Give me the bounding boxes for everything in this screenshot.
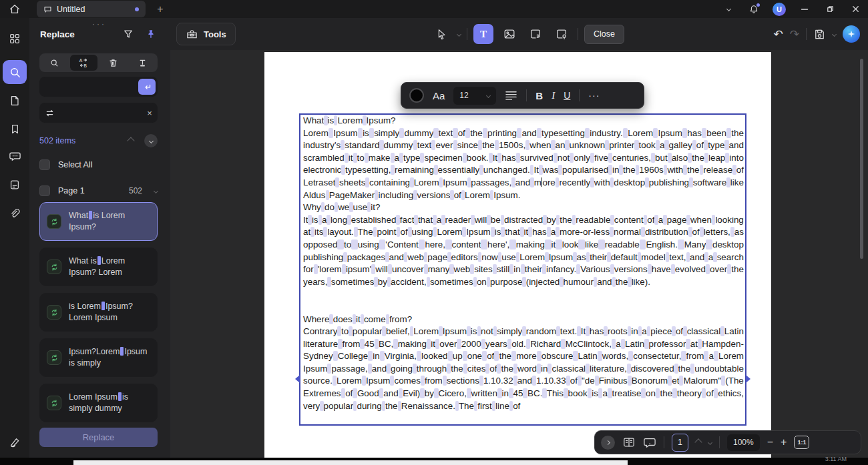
document-text[interactable]: What is Lorem Ipsum?Lorem Ipsum is simpl… [303,115,744,412]
paperclip-icon [9,207,21,219]
divider [526,89,527,101]
panel-title: Replace [40,29,75,39]
items-count: 502 items [39,136,128,145]
account-button[interactable]: U [767,0,792,18]
notification-dot-icon [756,3,760,7]
sidebar-item-attachments[interactable] [3,201,27,225]
search-icon [9,66,21,79]
comment-icon[interactable] [643,436,656,448]
tab-delete[interactable] [100,55,127,71]
page-checkbox[interactable] [39,185,50,196]
chevron-down-icon[interactable] [154,188,158,193]
link-tool-button[interactable] [525,24,546,44]
tab-replace[interactable]: AB [70,55,97,71]
new-tab-button[interactable]: + [152,0,168,18]
text-mark-icon [138,58,148,68]
search-mode-tabs: AB [39,53,158,72]
italic-button[interactable]: I [552,90,555,101]
replace-all-button[interactable]: Replace [39,428,158,447]
pin-button[interactable] [144,27,158,41]
minimize-icon [801,5,809,13]
underline-button[interactable]: U [564,90,570,101]
search-result-item[interactable]: Whatis Lorem Ipsum? [39,202,158,241]
panel-header: ··· Replace [29,18,170,50]
ai-assistant-button[interactable] [843,25,860,43]
font-family-button[interactable]: Aa [433,90,445,101]
panel-drag-handle[interactable]: ··· [92,19,106,29]
page-number-input[interactable]: 1 [672,434,688,452]
stamp-tool-button[interactable] [552,24,572,44]
replace-result-icon [47,260,61,274]
actual-size-button[interactable]: 1:1 [794,436,809,449]
text-tool-button[interactable]: T [473,24,493,44]
location-stamp-icon [555,27,568,41]
tools-label: Tools [204,29,226,39]
more-options-button[interactable]: ··· [588,90,600,101]
pointer-icon [435,28,447,40]
font-size-select[interactable]: 12 [453,87,496,105]
document-tab[interactable]: Untitled [37,1,146,17]
chevron-down-icon[interactable] [832,31,837,36]
image-tool-button[interactable] [499,24,519,44]
text-tool-icon: T [480,29,487,40]
sidebar-item-search[interactable] [3,60,27,84]
zoom-out-button[interactable]: − [767,436,773,448]
align-left-icon[interactable] [505,90,517,101]
home-button[interactable] [0,0,29,18]
replace-result-icon [47,350,61,365]
titlebar-dropdown-button[interactable] [716,0,741,18]
sidebar-item-comments[interactable] [3,144,27,168]
search-submit-button[interactable] [138,79,156,95]
search-result-item[interactable]: is LoremIpsum?Lorem Ipsum [39,293,158,332]
main-toolbar: ··· Replace Tools T [29,18,868,50]
search-result-item[interactable]: What isLorem Ipsum? Lorem [39,248,158,286]
restore-button[interactable] [817,0,843,18]
chevron-up-icon[interactable] [127,137,134,144]
unsaved-dot-icon [135,7,139,11]
search-result-item[interactable]: Lorem Ipsumis simply dummy [39,384,158,422]
notifications-button[interactable] [741,0,767,18]
select-tool-button[interactable] [431,24,451,44]
page-match-count: 502 [129,186,142,195]
toolbox-icon [186,29,198,40]
tab-mark[interactable] [130,55,156,71]
thumbnails-icon[interactable] [622,436,636,448]
close-window-button[interactable] [843,0,868,18]
undo-button[interactable]: ↶ [774,27,783,41]
replace-input[interactable] [55,108,142,117]
sidebar-item-summary[interactable] [3,173,27,197]
zoom-in-button[interactable]: + [781,436,787,448]
search-result-item[interactable]: Ipsum?LoremIpsum is simply [39,338,158,377]
clear-button[interactable]: × [142,105,158,121]
tab-search[interactable] [41,55,67,71]
sidebar-item-apps[interactable] [3,27,27,51]
font-color-swatch[interactable] [409,88,424,103]
svg-text:A: A [79,58,83,63]
save-button[interactable] [813,28,826,41]
divider [579,89,580,101]
next-page-button[interactable] [708,440,712,444]
match-cursor-icon [89,211,92,219]
result-text: What isLorem Ipsum? Lorem [69,256,150,278]
chevron-down-icon[interactable] [457,31,461,36]
collapse-results-button[interactable] [144,134,158,147]
tab-title: Untitled [57,5,130,14]
sidebar-item-pages[interactable] [3,89,27,113]
zoom-level[interactable]: 100% [727,434,760,451]
select-all-checkbox[interactable] [39,159,50,170]
collapse-bar-button[interactable] [601,436,615,450]
bold-button[interactable]: B [535,90,543,101]
close-edit-button[interactable]: Close [584,25,624,44]
edit-tools: T Close [431,23,624,45]
sidebar-item-appearance[interactable] [3,430,27,454]
redo-button[interactable]: ↷ [790,27,799,41]
replace-result-icon [47,396,61,410]
find-input[interactable] [39,82,138,91]
minimize-button[interactable] [792,0,817,18]
sidebar-item-bookmarks[interactable] [3,117,27,141]
previous-page-button[interactable] [694,438,702,446]
vertical-scrollbar[interactable] [860,59,863,259]
filter-button[interactable] [122,27,135,41]
tools-button[interactable]: Tools [176,23,236,45]
avatar: U [773,3,786,16]
